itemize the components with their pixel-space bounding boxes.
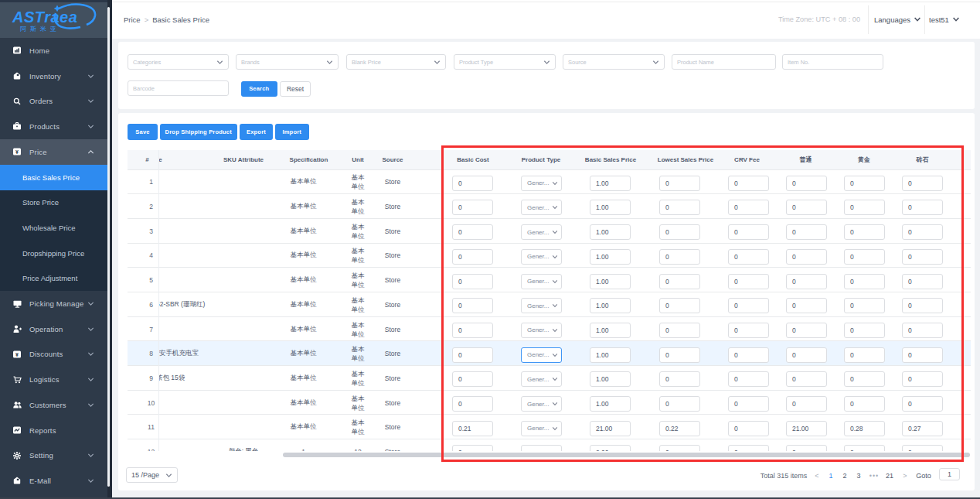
svg-text:¥: ¥ (15, 352, 19, 357)
svg-text:ASTraea: ASTraea (12, 9, 77, 26)
svg-text:¥: ¥ (15, 149, 19, 155)
svg-text:阿斯米亚: 阿斯米亚 (20, 26, 60, 32)
